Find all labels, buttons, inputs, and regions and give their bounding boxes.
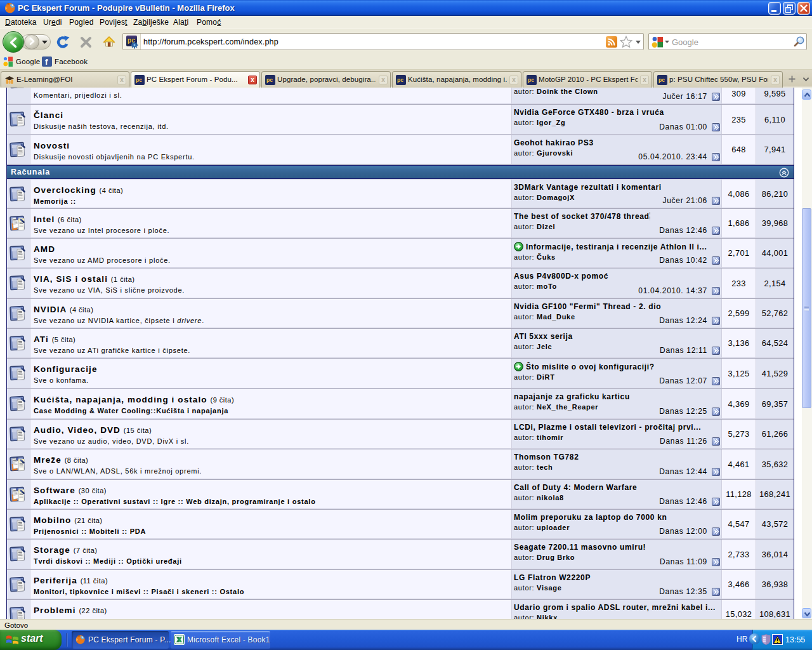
svg-text:pc: pc (266, 77, 273, 83)
svg-text:pc: pc (397, 77, 403, 83)
svg-text:pc: pc (136, 77, 142, 83)
svg-text:pc: pc (528, 77, 534, 83)
svg-text:pc: pc (658, 77, 665, 83)
